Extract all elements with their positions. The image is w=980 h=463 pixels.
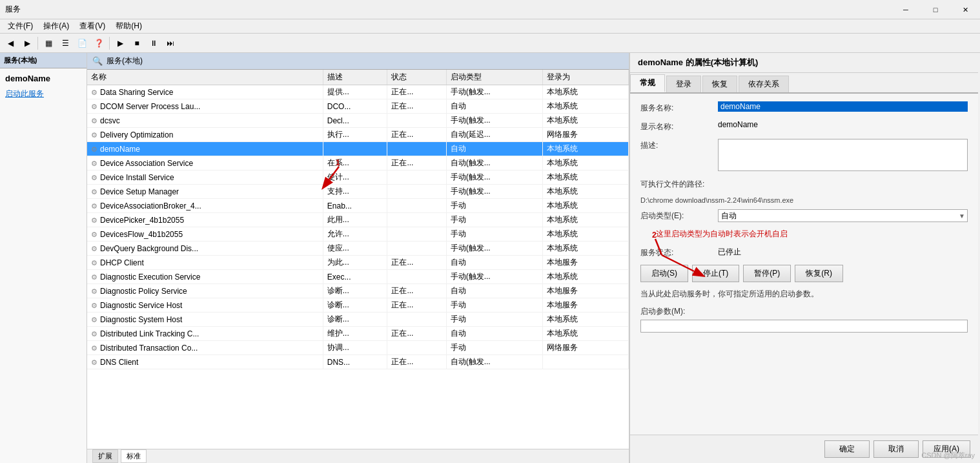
menu-bar: 文件(F) 操作(A) 查看(V) 帮助(H) (0, 19, 980, 34)
start-button[interactable]: 启动(S) (640, 265, 688, 282)
exe-path-value: D:\chrome download\nssm-2.24\win64\nssm.… (640, 196, 968, 204)
maximize-button[interactable]: □ (921, 0, 950, 19)
startup-type-select[interactable]: 自动 手动 禁用 自动(延迟启动) (718, 209, 968, 222)
sidebar-start-service-link[interactable]: 启动此服务 (5, 88, 81, 99)
description-row: 描述: (640, 139, 968, 171)
hint-block: 当从此处启动服务时，你可指定所适用的启动参数。 (640, 289, 968, 300)
bottom-tabs: 扩展 标准 (87, 449, 629, 463)
tab-expand[interactable]: 扩展 (92, 449, 118, 463)
table-row[interactable]: ⚙Device Install Service 使计... 手动(触发... 本… (87, 170, 629, 185)
col-header-name[interactable]: 名称 (87, 70, 323, 85)
startup-type-label: 启动类型(E): (640, 209, 718, 221)
table-row[interactable]: ⚙Data Sharing Service 提供... 正在... 手动(触发.… (87, 85, 629, 99)
table-row[interactable]: ⚙DHCP Client 为此... 正在... 自动 本地服务 (87, 256, 629, 270)
startup-type-wrapper: 自动 手动 禁用 自动(延迟启动) ▼ (718, 209, 968, 222)
table-row[interactable]: ⚙DeviceAssociationBroker_4... Enab... 手动… (87, 199, 629, 213)
tab-login[interactable]: 登录 (666, 76, 701, 92)
service-status-value: 已停止 (718, 247, 968, 258)
tab-dependencies[interactable]: 依存关系 (739, 76, 789, 92)
table-row[interactable]: ⚙Diagnostic Execution Service Exec... 手动… (87, 270, 629, 284)
menu-action[interactable]: 操作(A) (38, 19, 74, 33)
hint-row: 这里启动类型为自动时表示会开机自启 (640, 229, 968, 240)
table-row[interactable]: ⚙Distributed Link Tracking C... 维护... 正在… (87, 327, 629, 341)
window-title: 服务 (5, 4, 21, 15)
tab-general[interactable]: 常规 (630, 74, 665, 92)
resume-button[interactable]: 恢复(R) (795, 265, 843, 282)
display-name-row: 显示名称: demoName (640, 120, 968, 132)
props-tabs: 常规 登录 恢复 依存关系 (630, 73, 978, 94)
search-icon: 🔍 (92, 56, 103, 66)
table-row[interactable]: ⚙DevicesFlow_4b1b2055 允许... 手动 本地系统 (87, 227, 629, 242)
menu-help[interactable]: 帮助(H) (110, 19, 147, 33)
tab-standard[interactable]: 标准 (121, 449, 147, 463)
service-name-row: 服务名称: demoName (640, 101, 968, 114)
col-header-startup[interactable]: 启动类型 (446, 70, 542, 85)
toolbar-question[interactable]: ❓ (91, 36, 107, 51)
toolbar-play[interactable]: ▶ (112, 36, 128, 51)
menu-file[interactable]: 文件(F) (3, 19, 38, 33)
service-name-value: demoName (718, 101, 968, 112)
ok-button[interactable]: 确定 (824, 440, 870, 458)
table-row[interactable]: ⚙Device Setup Manager 支持... 手动(触发... 本地系… (87, 185, 629, 199)
action-buttons: 启动(S) 停止(T) 暂停(P) 恢复(R) (640, 265, 968, 282)
main-layout: 服务(本地) demoName 启动此服务 🔍 服务(本地) 名称 描述 状态 … (0, 53, 980, 463)
startup-params-input[interactable] (640, 320, 968, 333)
table-row[interactable]: ⚙DevQuery Background Dis... 使应... 手动(触发.… (87, 242, 629, 256)
props-content: 服务名称: demoName 显示名称: demoName 描述: 可执行文件的… (630, 94, 978, 435)
service-name-label: 服务名称: (640, 101, 718, 114)
hint-text: 这里启动类型为自动时表示会开机自启 (656, 229, 788, 240)
table-row[interactable]: ⚙Device Association Service 在系... 正在... … (87, 156, 629, 170)
table-row[interactable]: ⚙Delivery Optimization 执行... 正在... 自动(延迟… (87, 128, 629, 142)
service-status-row: 服务状态: 已停止 (640, 246, 968, 258)
col-header-status[interactable]: 状态 (387, 70, 446, 85)
service-list-area: 🔍 服务(本地) 名称 描述 状态 启动类型 登录为 ⚙Data Sharing… (87, 53, 629, 463)
service-status-label: 服务状态: (640, 246, 718, 258)
toolbar: ◀ ▶ ▦ ☰ 📄 ❓ ▶ ■ ⏸ ⏭ (0, 34, 980, 53)
col-header-login[interactable]: 登录为 (543, 70, 629, 85)
table-row[interactable]: ⚙Distributed Transaction Co... 协调... 手动 … (87, 341, 629, 355)
sidebar-service-name: demoName (5, 74, 81, 83)
description-label: 描述: (640, 139, 718, 151)
stop-button[interactable]: 停止(T) (692, 265, 739, 282)
menu-view[interactable]: 查看(V) (74, 19, 110, 33)
table-row[interactable]: ⚙Diagnostic Service Host 诊断... 正在... 手动 … (87, 298, 629, 313)
table-row[interactable]: ⚙DevicePicker_4b1b2055 此用... 手动 本地系统 (87, 213, 629, 227)
table-row[interactable]: ⚙dcsvc Decl... 手动(触发... 本地系统 (87, 114, 629, 128)
tab-recovery[interactable]: 恢复 (702, 76, 737, 92)
exe-path-label: 可执行文件的路径: (640, 178, 718, 190)
col-header-desc[interactable]: 描述 (323, 70, 387, 85)
cancel-button[interactable]: 取消 (873, 440, 919, 458)
table-row[interactable]: ⚙demoName 自动 本地系统 (87, 142, 629, 156)
title-controls: ─ □ ✕ (891, 0, 980, 19)
services-table: 名称 描述 状态 启动类型 登录为 ⚙Data Sharing Service … (87, 70, 629, 369)
service-list-header: 🔍 服务(本地) (87, 53, 629, 70)
toolbar-details[interactable]: ☰ (57, 36, 73, 51)
table-row[interactable]: ⚙Diagnostic Policy Service 诊断... 正在... 自… (87, 284, 629, 298)
title-bar: 服务 ─ □ ✕ (0, 0, 980, 19)
properties-panel: demoName 的属性(本地计算机) 常规 登录 恢复 依存关系 服务名称: … (629, 53, 978, 463)
services-table-scroll[interactable]: 名称 描述 状态 启动类型 登录为 ⚙Data Sharing Service … (87, 70, 629, 449)
service-list-title: 服务(本地) (107, 56, 143, 67)
table-row[interactable]: ⚙DCOM Server Process Lau... DCO... 正在...… (87, 99, 629, 114)
select-arrow-icon: ▼ (959, 212, 965, 220)
exe-path-container: D:\chrome download\nssm-2.24\win64\nssm.… (640, 196, 968, 209)
toolbar-pause[interactable]: ⏸ (146, 36, 161, 51)
table-row[interactable]: ⚙DNS Client DNS... 正在... 自动(触发... (87, 355, 629, 369)
minimize-button[interactable]: ─ (891, 0, 921, 19)
description-textarea[interactable] (718, 139, 968, 171)
services-tbody: ⚙Data Sharing Service 提供... 正在... 手动(触发.… (87, 85, 629, 369)
toolbar-restart[interactable]: ⏭ (163, 36, 178, 51)
display-name-label: 显示名称: (640, 120, 718, 132)
toolbar-forward[interactable]: ▶ (19, 36, 35, 51)
toolbar-list[interactable]: ▦ (41, 36, 56, 51)
table-header-row: 名称 描述 状态 启动类型 登录为 (87, 70, 629, 85)
pause-button[interactable]: 暂停(P) (743, 265, 791, 282)
toolbar-back[interactable]: ◀ (3, 36, 18, 51)
watermark: CSDN @阿萃ray (921, 451, 975, 460)
toolbar-stop[interactable]: ■ (129, 36, 145, 51)
toolbar-export[interactable]: 📄 (74, 36, 90, 51)
table-row[interactable]: ⚙Diagnostic System Host 诊断... 手动 本地系统 (87, 313, 629, 327)
left-sidebar: 服务(本地) demoName 启动此服务 (0, 53, 87, 463)
close-button[interactable]: ✕ (950, 0, 980, 19)
props-title: demoName 的属性(本地计算机) (630, 53, 978, 73)
